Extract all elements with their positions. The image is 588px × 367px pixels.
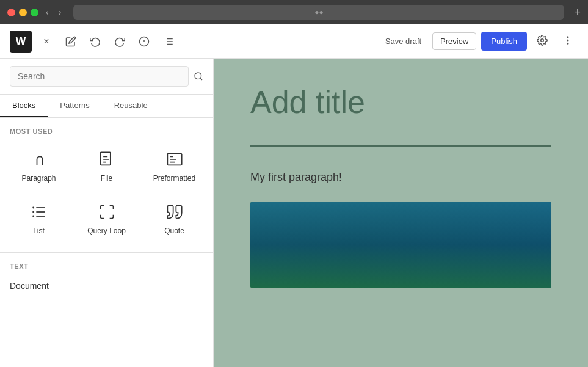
tabs-bar: Blocks Patterns Reusable	[0, 95, 213, 118]
file-icon	[97, 150, 117, 169]
undo-button[interactable]	[85, 32, 105, 51]
traffic-lights	[7, 9, 38, 16]
wp-logo-text: W	[16, 35, 26, 48]
editor-image	[250, 202, 551, 288]
redo-button[interactable]	[110, 32, 129, 51]
section-divider	[0, 252, 213, 253]
close-traffic-light[interactable]	[7, 9, 15, 16]
block-item-quote[interactable]: Quote	[140, 192, 208, 245]
editor-area[interactable]: Add title My first paragraph!	[214, 59, 588, 367]
block-label-paragraph: Paragraph	[21, 174, 56, 183]
address-text: ●●	[314, 8, 324, 16]
close-panel-icon: ×	[43, 36, 49, 47]
list-view-button[interactable]	[159, 32, 178, 51]
undo-icon	[90, 36, 101, 47]
text-section-label: TEXT	[0, 255, 213, 275]
gear-icon	[537, 35, 548, 46]
more-options-button[interactable]	[557, 31, 578, 52]
tab-reusable[interactable]: Reusable	[102, 95, 160, 117]
svg-point-11	[567, 40, 568, 41]
editor-title[interactable]: Add title	[250, 83, 551, 121]
redo-icon	[114, 36, 125, 47]
block-item-paragraph[interactable]: Paragraph	[5, 140, 73, 192]
block-item-list[interactable]: List	[5, 192, 73, 245]
maximize-traffic-light[interactable]	[31, 9, 38, 16]
block-label-preformatted: Preformatted	[153, 174, 195, 183]
sidebar: Blocks Patterns Reusable MOST USED Parag…	[0, 59, 214, 367]
tab-blocks[interactable]: Blocks	[0, 95, 48, 117]
block-label-quote: Quote	[164, 227, 184, 235]
info-icon	[139, 36, 150, 47]
block-item-file[interactable]: File	[73, 140, 140, 192]
wp-logo[interactable]: W	[10, 31, 32, 53]
most-used-label: MOST USED	[0, 118, 213, 140]
preformatted-icon	[165, 150, 184, 169]
svg-point-12	[567, 43, 568, 44]
list-view-icon	[163, 36, 174, 47]
publish-button[interactable]: Publish	[481, 32, 527, 51]
minimize-traffic-light[interactable]	[19, 9, 27, 16]
save-draft-button[interactable]: Save draft	[379, 33, 427, 49]
blocks-grid: Paragraph File Preformatted	[0, 140, 213, 250]
preview-button[interactable]: Preview	[432, 32, 476, 50]
search-bar	[0, 59, 213, 95]
edit-button[interactable]	[61, 32, 81, 51]
block-item-preformatted[interactable]: Preformatted	[140, 140, 208, 192]
info-button[interactable]	[134, 32, 154, 51]
forward-button[interactable]: ›	[56, 6, 64, 18]
svg-point-9	[541, 38, 544, 42]
tab-patterns[interactable]: Patterns	[48, 95, 101, 117]
block-label-query-loop: Query Loop	[87, 227, 126, 235]
back-button[interactable]: ‹	[43, 6, 51, 18]
document-item[interactable]: Document	[0, 275, 213, 297]
svg-point-10	[567, 37, 568, 38]
quote-icon	[165, 202, 184, 222]
query-loop-icon	[97, 202, 117, 222]
editor-divider	[250, 145, 551, 147]
search-icon	[194, 71, 203, 81]
list-icon	[29, 202, 49, 222]
block-item-query-loop[interactable]: Query Loop	[73, 192, 140, 245]
more-vertical-icon	[562, 35, 573, 46]
block-label-list: List	[33, 227, 45, 235]
new-tab-button[interactable]: +	[574, 6, 581, 19]
edit-icon	[65, 36, 76, 47]
address-bar[interactable]: ●●	[73, 5, 564, 20]
search-input[interactable]	[10, 66, 189, 87]
settings-button[interactable]	[532, 31, 553, 52]
paragraph-icon	[29, 150, 49, 169]
title-bar: ‹ › ●● +	[0, 0, 588, 24]
wp-toolbar: W × Save draft Preview Publish	[0, 24, 588, 59]
blocks-content: MOST USED Paragraph File	[0, 118, 213, 367]
svg-line-14	[200, 78, 202, 80]
svg-point-13	[195, 73, 201, 79]
palm-overlay	[250, 202, 551, 288]
block-label-file: File	[101, 174, 112, 183]
search-button[interactable]	[194, 71, 203, 81]
svg-rect-15	[100, 152, 110, 165]
main-layout: Blocks Patterns Reusable MOST USED Parag…	[0, 59, 588, 367]
close-panel-button[interactable]: ×	[37, 32, 56, 51]
editor-paragraph[interactable]: My first paragraph!	[250, 171, 551, 184]
